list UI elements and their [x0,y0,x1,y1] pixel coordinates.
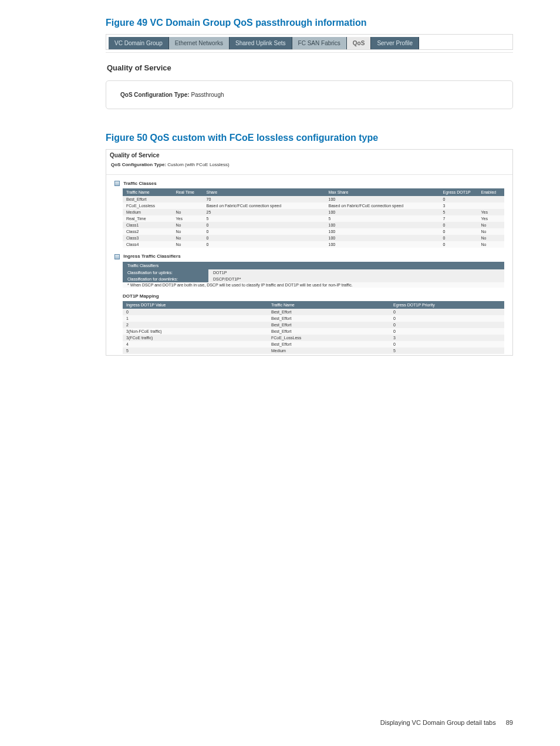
table-cell: Best_Effort [268,341,390,347]
classification-note: * When DSCP and DOT1P are both in use, D… [123,282,504,288]
table-cell: 0 [390,309,504,315]
collapse-icon[interactable] [114,181,120,186]
table-cell: 5 [440,209,478,215]
ingress-classifiers-title: Ingress Traffic Classifiers [106,248,512,261]
table-cell: 0 [203,228,325,235]
dot1p-mapping-title: DOT1P Mapping [106,288,512,301]
table-cell: 2 [123,322,268,328]
collapse-icon[interactable] [114,254,120,259]
traffic-classes-title: Traffic Classes [106,175,512,188]
table-header-row: Ingress DOT1P Value Traffic Name Egress … [123,301,504,309]
table-cell: 1 [123,315,268,322]
fig50-panel: Quality of Service QoS Configuration Typ… [106,149,513,356]
table-row: 3(FCoE traffic)FCoE_LossLess3 [123,335,504,341]
table-cell: Class4 [123,241,173,248]
fig49-qos-box: QoS Configuration Type: Passthrough [106,80,513,109]
fig49-qos-heading: Quality of Service [106,60,513,76]
col-max-share: Max Share [325,188,440,196]
table-cell: 5 [203,215,325,222]
table-cell: 5 [123,347,268,354]
table-cell: No [173,222,203,228]
table-cell: 5 [325,215,440,222]
table-cell: FCoE_Lossless [123,202,173,209]
table-cell: 100 [325,196,440,202]
fig50-config-value: Custom (with FCoE Lossless) [167,162,229,167]
classification-downlinks-row: Classification for downlinks: DSCP/DOT1P… [123,276,504,282]
table-cell [173,202,203,209]
classification-uplinks-value: DOT1P [208,269,504,276]
col-enabled: Enabled [478,188,505,196]
table-cell: 0 [390,328,504,335]
classification-downlinks-label: Classification for downlinks: [123,276,208,282]
table-cell: Yes [478,215,505,222]
table-cell: 0 [203,241,325,248]
tab-ethernet-networks[interactable]: Ethernet Networks [169,37,230,49]
col-real-time: Real Time [173,188,203,196]
table-cell: Real_Time [123,215,173,222]
tab-server-profile[interactable]: Server Profile [371,37,419,49]
table-row: Class1No01000No [123,222,504,228]
table-row: Best_Effort701000 [123,196,504,202]
table-cell: 0 [390,315,504,322]
table-cell: 0 [203,222,325,228]
table-cell: 5 [390,347,504,354]
tab-shared-uplink-sets[interactable]: Shared Uplink Sets [230,37,292,49]
table-cell: No [173,209,203,215]
table-cell: 3(Non-FCoE traffic) [123,328,268,335]
table-cell: 0 [440,222,478,228]
tab-fc-san-fabrics[interactable]: FC SAN Fabrics [292,37,347,49]
table-cell: 0 [390,322,504,328]
table-row: MediumNo251005Yes [123,209,504,215]
table-cell: 0 [123,309,268,315]
col-traffic-name-map: Traffic Name [268,301,390,309]
table-cell: No [478,241,505,248]
tab-vc-domain-group[interactable]: VC Domain Group [109,37,169,49]
table-row: FCoE_LosslessBased on Fabric/FCoE connec… [123,202,504,209]
table-cell: 7 [440,215,478,222]
table-cell: 0 [440,235,478,241]
table-cell: 100 [325,222,440,228]
col-share: Share [203,188,325,196]
table-cell: Best_Effort [268,309,390,315]
table-cell [478,196,505,202]
table-row: 2Best_Effort0 [123,322,504,328]
tab-qos[interactable]: QoS [347,37,372,49]
traffic-classes-label: Traffic Classes [123,181,156,186]
table-cell: No [173,228,203,235]
fig50-qos-heading: Quality of Service [106,150,512,161]
table-cell: 0 [390,341,504,347]
table-cell: 3 [440,202,478,209]
table-cell: Best_Effort [268,328,390,335]
footer-section: Displaying VC Domain Group detail tabs [380,719,496,726]
table-cell: Yes [173,215,203,222]
classification-uplinks-row: Classification for uplinks: DOT1P [123,269,504,276]
table-header-row: Traffic Name Real Time Share Max Share E… [123,188,504,196]
classification-downlinks-value: DSCP/DOT1P* [208,276,504,282]
table-row: 4Best_Effort0 [123,341,504,347]
table-row: 1Best_Effort0 [123,315,504,322]
figure-49-title: Figure 49 VC Domain Group QoS passthroug… [106,18,513,28]
table-cell: No [173,235,203,241]
table-cell: Based on Fabric/FCoE connection speed [203,202,325,209]
table-cell: FCoE_LossLess [268,335,390,341]
classification-uplinks-label: Classification for uplinks: [123,269,208,276]
table-cell [173,196,203,202]
fig49-config-line: QoS Configuration Type: Passthrough [112,87,507,103]
table-cell: Class2 [123,228,173,235]
col-traffic-name: Traffic Name [123,188,173,196]
table-cell: Best_Effort [268,315,390,322]
table-cell: 100 [325,241,440,248]
table-cell: Best_Effort [123,196,173,202]
table-cell: Class1 [123,222,173,228]
table-cell: 100 [325,228,440,235]
table-row: Class2No01000No [123,228,504,235]
table-cell: 3(FCoE traffic) [123,335,268,341]
fig49-tab-bar: VC Domain Group Ethernet Networks Shared… [106,34,513,50]
fig49-config-label: QoS Configuration Type: [120,92,190,98]
table-cell: 0 [203,235,325,241]
fig50-config-line: QoS Configuration Type: Custom (with FCo… [106,161,512,175]
traffic-classifiers-header: Traffic Classifiers [123,262,504,269]
traffic-classes-table: Traffic Name Real Time Share Max Share E… [123,188,504,248]
table-cell: Medium [268,347,390,354]
table-row: Real_TimeYes557Yes [123,215,504,222]
